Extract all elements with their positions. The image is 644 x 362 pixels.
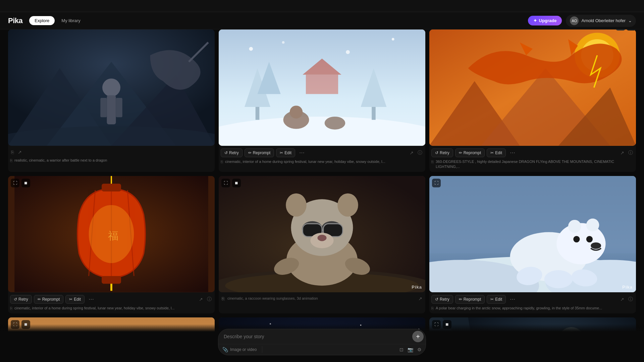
- edit-button[interactable]: ✂ Edit: [487, 148, 506, 157]
- story-prompt-input[interactable]: [224, 330, 412, 343]
- svg-rect-39: [102, 184, 121, 191]
- expand-icon-button[interactable]: ⛶: [432, 179, 441, 187]
- share-button[interactable]: ↗: [17, 148, 23, 156]
- explore-nav-button[interactable]: Explore: [29, 16, 55, 25]
- reprompt-button[interactable]: ✏ Reprompt: [34, 295, 64, 304]
- expand-icon-button[interactable]: ⛶: [221, 179, 230, 187]
- prompt-row: +: [218, 329, 426, 344]
- copy-icon: ⎘: [431, 306, 434, 311]
- retry-button[interactable]: ↺ Retry: [431, 295, 453, 304]
- edit-button[interactable]: ✂ Edit: [276, 148, 295, 157]
- upgrade-button[interactable]: ✦ Upgrade: [528, 16, 562, 25]
- share-button[interactable]: ↗: [619, 149, 625, 157]
- reprompt-icon: ✏: [459, 150, 462, 155]
- dragon-illustration: [429, 29, 636, 146]
- reprompt-button[interactable]: ✏ Reprompt: [245, 148, 274, 157]
- media-thumbnail: [8, 29, 215, 146]
- copy-icon: ⎘: [10, 306, 12, 311]
- share-button[interactable]: ↗: [619, 296, 625, 303]
- svg-point-23: [346, 50, 350, 54]
- copy-prompt-button[interactable]: ⎘: [10, 148, 15, 156]
- svg-rect-12: [256, 107, 260, 120]
- svg-point-18: [325, 117, 345, 130]
- more-menu-button[interactable]: ⋯: [297, 148, 307, 157]
- card-meta-icons: ↗ ⓘ: [619, 295, 634, 303]
- share-button[interactable]: ↗: [409, 149, 415, 157]
- svg-point-54: [337, 193, 358, 217]
- retry-button[interactable]: ↺ Retry: [10, 295, 32, 304]
- media-card: ⛶ ⏹: [219, 176, 425, 313]
- description-text: cinematic, interior of a home during spr…: [14, 306, 175, 311]
- edit-icon: ✂: [280, 150, 283, 155]
- copy-icon: ⎘: [431, 160, 434, 164]
- svg-point-70: [586, 219, 599, 232]
- share-button[interactable]: ↗: [198, 296, 204, 303]
- svg-rect-20: [306, 75, 338, 94]
- info-button[interactable]: ⓘ: [417, 149, 423, 157]
- svg-rect-15: [372, 107, 376, 120]
- retry-icon: ↺: [14, 297, 17, 302]
- camera-button[interactable]: 📷: [408, 347, 413, 352]
- attachment-icon: 📎: [222, 347, 228, 352]
- image-or-video-button[interactable]: 📎 Image or video: [222, 347, 257, 352]
- user-name: Arnold Oberleiter hofer: [581, 18, 626, 23]
- info-button[interactable]: ⓘ: [627, 295, 634, 303]
- avatar: AO: [570, 16, 579, 25]
- reprompt-button[interactable]: ✏ Reprompt: [455, 148, 485, 157]
- svg-rect-6: [100, 98, 107, 117]
- reprompt-icon: ✏: [38, 297, 41, 302]
- aspect-icon: ⊡: [399, 347, 404, 352]
- chevron-down-icon: ⌄: [628, 18, 632, 23]
- reprompt-button[interactable]: ✏ Reprompt: [455, 295, 485, 304]
- info-button[interactable]: ⓘ: [206, 295, 213, 303]
- card-description: ⎘ 360-DEGREES-STYLE , highly detailed Ja…: [429, 159, 636, 172]
- stop-icon-button[interactable]: ⏹: [232, 179, 241, 187]
- edit-button[interactable]: ✂ Edit: [487, 295, 506, 304]
- info-button[interactable]: ⓘ: [627, 149, 634, 157]
- card-actions-row: ⎘ ↗: [8, 146, 215, 157]
- copy-prompt-button[interactable]: ⎘: [221, 295, 225, 302]
- stop-icon-button[interactable]: ⏹: [21, 179, 30, 187]
- retry-button[interactable]: ↺ Retry: [221, 148, 243, 157]
- add-prompt-button[interactable]: +: [412, 331, 424, 342]
- svg-rect-7: [116, 98, 122, 117]
- media-card: ↺ Retry ✏ Reprompt ✂ Edit ⋯ ↗ ⓘ ⎘: [429, 29, 636, 172]
- retry-button[interactable]: ↺ Retry: [431, 148, 453, 157]
- expand-icon-button[interactable]: ⛶: [11, 179, 19, 187]
- camera-icon: 📷: [408, 347, 413, 352]
- header-right: ✦ Upgrade AO Arnold Oberleiter hofer ⌄: [528, 15, 636, 27]
- settings-button[interactable]: ⚙: [417, 347, 422, 352]
- description-inline: cinematic, a raccoon wearing sunglasses,…: [227, 296, 318, 301]
- svg-point-22: [282, 41, 285, 44]
- description-text: A polar bear charging in the arctic snow…: [436, 306, 602, 311]
- edit-button[interactable]: ✂ Edit: [65, 295, 85, 304]
- aspect-ratio-button[interactable]: ⊡: [399, 347, 404, 352]
- card-meta-icons: ⎘ ↗: [10, 148, 23, 156]
- svg-point-68: [591, 243, 601, 249]
- tool-right-controls: ⊡ 📷 ⚙: [399, 347, 422, 352]
- svg-point-17: [290, 106, 303, 119]
- pika-watermark: Pika: [622, 285, 633, 290]
- upgrade-star-icon: ✦: [533, 18, 537, 23]
- more-menu-button[interactable]: ⋯: [508, 295, 517, 303]
- svg-rect-40: [102, 276, 121, 284]
- edit-icon: ✂: [490, 297, 494, 302]
- lantern-illustration: 福: [8, 176, 215, 292]
- card-actions-row: ↺ Retry ✏ Reprompt ✂ Edit ⋯ ↗ ⓘ: [429, 146, 636, 159]
- my-library-nav-button[interactable]: My library: [56, 16, 86, 25]
- card-actions-row: ↺ Retry ✏ Reprompt ✂ Edit ⋯ ↗ ⓘ: [8, 292, 215, 305]
- interior-illustration: [219, 29, 425, 146]
- card-actions-row: ⎘ cinematic, a raccoon wearing sunglasse…: [219, 292, 425, 304]
- card-overlay-icons: ⛶ ⏹: [11, 179, 30, 187]
- media-card: ⛶ ⏹: [8, 176, 215, 313]
- media-thumbnail: ⛶ ⏹: [8, 176, 215, 292]
- svg-rect-5: [107, 95, 116, 124]
- user-menu[interactable]: AO Arnold Oberleiter hofer ⌄: [566, 15, 636, 27]
- media-card: ⛶: [429, 176, 636, 313]
- svg-point-56: [318, 235, 327, 241]
- more-menu-button[interactable]: ⋯: [508, 148, 517, 157]
- share-button[interactable]: ↗: [417, 295, 423, 302]
- more-menu-button[interactable]: ⋯: [87, 295, 96, 303]
- card-overlay-icons: ⛶ ⏹: [221, 179, 241, 187]
- app-logo: Pika: [8, 16, 22, 25]
